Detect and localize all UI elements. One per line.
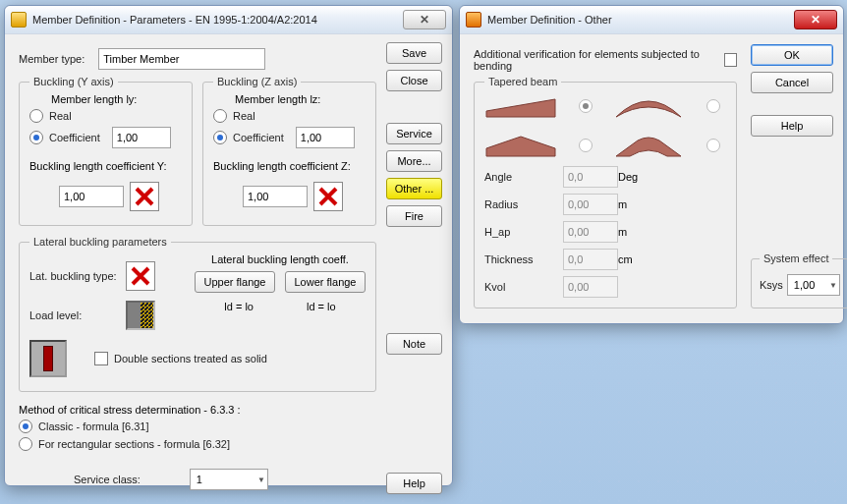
buckling-y-group: Buckling (Y axis) Member length ly: Real… xyxy=(19,76,193,226)
classic-label: Classic - formula [6.31] xyxy=(38,420,148,432)
svg-marker-0 xyxy=(486,99,555,117)
service-class-value: 1 xyxy=(197,474,202,485)
rect-label: For rectangular sections - formula [6.32… xyxy=(38,438,230,450)
angle-unit: Deg xyxy=(618,171,648,183)
app-icon-other xyxy=(466,12,481,28)
system-effect-legend: System effect xyxy=(760,252,832,264)
close-icon[interactable]: ✕ xyxy=(403,10,446,29)
real-label-z: Real xyxy=(233,110,255,122)
coefficient-label-y: Coefficient xyxy=(49,132,100,143)
hap-label: H_ap xyxy=(484,226,563,238)
lateral-coeff-label: Lateral buckling length coeff. xyxy=(195,253,366,265)
note-button[interactable]: Note xyxy=(386,333,442,355)
thickness-label: Thickness xyxy=(484,253,563,265)
hap-input[interactable] xyxy=(563,221,618,243)
tapered-beam-group: Tapered beam xyxy=(474,76,737,308)
radius-unit: m xyxy=(618,198,648,210)
load-level-icon[interactable] xyxy=(126,301,155,330)
chevron-down-icon: ▼ xyxy=(829,281,837,290)
ksys-value: 1,00 xyxy=(794,279,815,291)
additional-verification-checkbox[interactable] xyxy=(724,53,737,67)
thickness-input[interactable] xyxy=(563,249,618,270)
service-class-select[interactable]: 1 ▼ xyxy=(190,469,268,490)
real-radio-y[interactable] xyxy=(29,109,43,123)
system-effect-group: System effect Ksys 1,00 ▼ xyxy=(751,252,847,308)
additional-verification-label: Additional verification for elements sub… xyxy=(474,48,718,72)
member-definition-other-dialog: Member Definition - Other ✕ Additional v… xyxy=(459,5,844,324)
blc-y-input[interactable] xyxy=(59,186,124,207)
blc-z-input[interactable] xyxy=(243,186,308,207)
ok-button[interactable]: OK xyxy=(751,44,833,66)
service-button[interactable]: Service xyxy=(386,123,442,144)
thickness-unit: cm xyxy=(618,253,648,265)
member-length-ly-label: Member length ly: xyxy=(51,93,182,105)
close-button[interactable]: Close xyxy=(386,70,442,91)
buckling-z-icon[interactable] xyxy=(313,182,343,211)
window-title-other: Member Definition - Other xyxy=(487,14,790,26)
other-button[interactable]: Other ... xyxy=(386,178,442,199)
load-level-label: Load level: xyxy=(29,309,120,321)
buckling-z-legend: Buckling (Z axis) xyxy=(213,76,301,87)
fire-button[interactable]: Fire xyxy=(386,205,442,227)
radius-label: Radius xyxy=(484,198,563,210)
buckling-z-group: Buckling (Z axis) Member length lz: Real… xyxy=(202,76,376,226)
beam-shape-wedge-radio[interactable] xyxy=(579,99,593,113)
lateral-buckling-legend: Lateral buckling parameters xyxy=(29,236,171,248)
blc-y-label: Buckling length coefficient Y: xyxy=(29,160,182,172)
cancel-button[interactable]: Cancel xyxy=(751,72,833,93)
titlebar[interactable]: Member Definition - Parameters - EN 1995… xyxy=(5,6,452,34)
coefficient-input-y[interactable] xyxy=(112,127,171,148)
member-type-label: Member type: xyxy=(19,53,85,65)
help-button-other[interactable]: Help xyxy=(751,115,833,137)
member-length-lz-label: Member length lz: xyxy=(235,93,366,105)
beam-shape-pitched-icon xyxy=(484,133,557,158)
lat-buckling-type-icon[interactable] xyxy=(126,261,155,291)
coefficient-radio-z[interactable] xyxy=(213,131,227,144)
member-type-input[interactable] xyxy=(98,48,265,70)
coefficient-label-z: Coefficient xyxy=(233,132,284,143)
beam-shape-arc-radio[interactable] xyxy=(706,99,720,113)
double-sections-checkbox[interactable] xyxy=(94,352,108,365)
coefficient-radio-y[interactable] xyxy=(29,131,43,144)
lower-flange-button[interactable]: Lower flange xyxy=(285,271,366,293)
rect-radio[interactable] xyxy=(19,437,32,451)
real-label-y: Real xyxy=(49,110,72,122)
close-icon-other[interactable]: ✕ xyxy=(794,10,837,29)
double-sections-label: Double sections treated as solid xyxy=(114,353,267,364)
beam-shape-curved-radio[interactable] xyxy=(706,139,720,152)
more-button[interactable]: More... xyxy=(386,150,442,172)
radius-input[interactable] xyxy=(563,194,618,215)
kvol-input[interactable] xyxy=(563,276,618,298)
tapered-beam-legend: Tapered beam xyxy=(484,76,561,87)
classic-radio[interactable] xyxy=(19,420,32,433)
member-definition-parameters-dialog: Member Definition - Parameters - EN 1995… xyxy=(4,5,453,486)
hap-unit: m xyxy=(618,226,648,238)
chevron-down-icon: ▼ xyxy=(257,476,265,484)
ld-lo-upper: ld = lo xyxy=(224,301,254,312)
coefficient-input-z[interactable] xyxy=(296,127,355,148)
angle-label: Angle xyxy=(484,171,563,183)
save-button[interactable]: Save xyxy=(386,42,442,64)
window-title: Member Definition - Parameters - EN 1995… xyxy=(32,14,399,26)
svg-marker-1 xyxy=(486,137,555,156)
lat-buckling-type-label: Lat. buckling type: xyxy=(29,270,120,282)
real-radio-z[interactable] xyxy=(213,109,227,123)
beam-shape-arc-icon xyxy=(612,93,685,119)
buckling-y-legend: Buckling (Y axis) xyxy=(29,76,118,87)
ld-lo-lower: ld = lo xyxy=(307,301,336,312)
buckling-y-icon[interactable] xyxy=(130,182,159,211)
beam-shape-wedge-icon xyxy=(484,93,557,119)
service-class-label: Service class: xyxy=(74,474,141,485)
lateral-buckling-group: Lateral buckling parameters Lat. bucklin… xyxy=(19,236,376,392)
angle-input[interactable] xyxy=(563,166,618,188)
help-button[interactable]: Help xyxy=(386,473,442,494)
section-icon[interactable] xyxy=(29,340,67,377)
beam-shape-pitched-radio[interactable] xyxy=(579,139,593,152)
ksys-select[interactable]: 1,00 ▼ xyxy=(787,274,840,296)
app-icon xyxy=(11,12,27,28)
kvol-label: Kvol xyxy=(484,281,563,293)
beam-shape-curved-icon xyxy=(612,133,685,158)
titlebar-other[interactable]: Member Definition - Other ✕ xyxy=(460,6,843,34)
upper-flange-button[interactable]: Upper flange xyxy=(195,271,275,293)
ksys-label: Ksys xyxy=(760,279,783,291)
